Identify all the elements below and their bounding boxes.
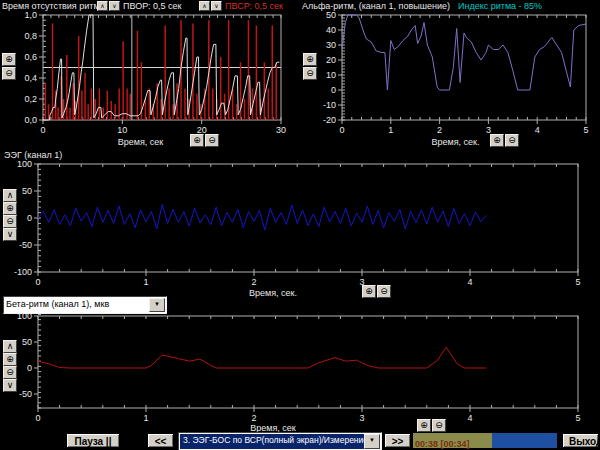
- svg-text:5: 5: [575, 413, 580, 423]
- alpha-x-zoom-in-icon[interactable]: ⊕: [490, 134, 504, 147]
- absence-zoom-out-icon[interactable]: ⊖: [2, 67, 16, 80]
- eeg-x-zoom-in-icon[interactable]: ⊕: [362, 285, 376, 298]
- svg-text:30: 30: [326, 40, 336, 50]
- svg-text:0,0: 0,0: [24, 115, 37, 125]
- svg-text:0,2: 0,2: [24, 94, 37, 104]
- svg-text:0,6: 0,6: [24, 52, 37, 62]
- next-stage-button[interactable]: >>: [384, 433, 411, 448]
- pvor-value-label: ПВОР: 0,5 сек: [123, 1, 181, 11]
- svg-text:0: 0: [331, 85, 336, 95]
- eeg-scale-up-icon[interactable]: ∧: [3, 189, 17, 202]
- svg-text:1: 1: [143, 413, 148, 423]
- eeg-scale-down-icon[interactable]: ∨: [3, 228, 17, 241]
- pvor-up-arrow-icon[interactable]: ∧: [97, 1, 108, 11]
- beta-rhythm-dropdown-arrow-icon[interactable]: ▼: [149, 298, 165, 312]
- beta-zoom-out-icon[interactable]: ⊖: [3, 366, 17, 379]
- svg-text:0: 0: [27, 213, 32, 223]
- svg-text:-20: -20: [323, 115, 336, 125]
- session-time-display: 00:38 [00:34]: [413, 433, 492, 448]
- absence-x-zoom-in-icon[interactable]: ⊕: [190, 134, 204, 147]
- svg-text:0: 0: [35, 413, 40, 423]
- beta-chart-canvas: 012345100500-50: [0, 312, 600, 432]
- pvsr-down-arrow-icon[interactable]: ∨: [211, 1, 222, 11]
- svg-text:-10: -10: [323, 100, 336, 110]
- svg-text:10: 10: [117, 125, 127, 135]
- beta-x-zoom-out-icon[interactable]: ⊖: [432, 419, 446, 432]
- svg-text:-50: -50: [19, 240, 32, 250]
- svg-text:1: 1: [143, 277, 148, 287]
- session-time-value: 00:38 [00:34]: [413, 439, 470, 449]
- svg-text:10: 10: [326, 70, 336, 80]
- svg-text:0: 0: [40, 125, 45, 135]
- svg-text:0,8: 0,8: [24, 31, 37, 41]
- absence-x-zoom-out-icon[interactable]: ⊖: [205, 134, 219, 147]
- beta-zoom-in-icon[interactable]: ⊕: [3, 353, 17, 366]
- alpha-zoom-out-icon[interactable]: ⊖: [303, 67, 317, 80]
- svg-text:100: 100: [17, 160, 32, 169]
- svg-text:0: 0: [339, 125, 344, 135]
- svg-text:2: 2: [251, 413, 256, 423]
- eeg-chart-title: ЭЭГ (канал 1): [4, 150, 62, 160]
- svg-text:30: 30: [276, 125, 286, 135]
- alpha-x-zoom-out-icon[interactable]: ⊖: [505, 134, 519, 147]
- svg-text:50: 50: [22, 337, 32, 347]
- svg-text:50: 50: [326, 10, 336, 20]
- eeg-zoom-out-icon[interactable]: ⊖: [3, 215, 17, 228]
- svg-text:1: 1: [388, 125, 393, 135]
- scenario-select[interactable]: 3. ЭЭГ-БОС по ВСР(полный экран)/Измерени…: [178, 432, 382, 450]
- svg-text:4: 4: [535, 125, 540, 135]
- beta-rhythm-select[interactable]: Бета-ритм (канал 1), мкв ▼: [3, 296, 167, 314]
- beta-x-zoom-in-icon[interactable]: ⊕: [417, 419, 431, 432]
- pause-button[interactable]: Пауза ||: [66, 433, 120, 448]
- svg-text:0,4: 0,4: [24, 73, 37, 83]
- absence-chart-canvas: 01020301,00,80,60,40,20,0: [18, 10, 300, 140]
- svg-text:20: 20: [326, 55, 336, 65]
- svg-text:50: 50: [22, 186, 32, 196]
- scenario-dropdown-arrow-icon[interactable]: ▼: [364, 434, 380, 449]
- beta-scale-up-icon[interactable]: ∧: [3, 340, 17, 353]
- eeg-x-axis-label: Время, сек.: [228, 288, 318, 298]
- scenario-select-value: 3. ЭЭГ-БОС по ВСР(полный экран)/Измерени…: [180, 434, 365, 449]
- svg-text:-50: -50: [19, 389, 32, 399]
- eeg-x-zoom-out-icon[interactable]: ⊖: [377, 285, 391, 298]
- svg-text:2: 2: [251, 277, 256, 287]
- eeg-zoom-in-icon[interactable]: ⊕: [3, 202, 17, 215]
- beta-rhythm-select-value: Бета-ритм (канал 1), мкв: [6, 298, 150, 312]
- beta-scale-down-icon[interactable]: ∨: [3, 379, 17, 392]
- previous-stage-button[interactable]: <<: [147, 433, 174, 448]
- svg-text:4: 4: [467, 413, 472, 423]
- alpha-zoom-in-icon[interactable]: ⊕: [303, 53, 317, 66]
- alpha-chart-title: Альфа-ритм, (канал 1, повышение): [302, 1, 450, 11]
- svg-text:0: 0: [35, 277, 40, 287]
- absence-chart-title: Время отсутствия ритма: [2, 1, 105, 11]
- alpha-x-axis-label: Время, сек.: [413, 137, 498, 147]
- svg-text:5: 5: [583, 125, 588, 135]
- pvsr-value-label: ПВСР: 0,5 сек: [225, 1, 283, 11]
- rhythm-index-label: Индекс ритма - 85%: [458, 1, 542, 11]
- pvor-down-arrow-icon[interactable]: ∨: [109, 1, 120, 11]
- alpha-chart-canvas: 01234550403020100-10-20: [300, 10, 600, 140]
- svg-text:0: 0: [27, 363, 32, 373]
- eeg-chart-canvas: 012345100500-50-100: [0, 160, 600, 290]
- svg-text:2: 2: [437, 125, 442, 135]
- svg-text:-100: -100: [14, 267, 32, 277]
- svg-text:1,0: 1,0: [24, 10, 37, 20]
- biofeedback-app-window: 01020301,00,80,60,40,20,0 01234550403020…: [0, 0, 600, 450]
- absence-x-axis-label: Время, сек: [98, 137, 183, 147]
- session-progress-bar: [492, 433, 557, 448]
- exit-button[interactable]: Выход: [562, 433, 599, 448]
- pvsr-up-arrow-icon[interactable]: ∧: [199, 1, 210, 11]
- svg-text:3: 3: [359, 413, 364, 423]
- svg-text:5: 5: [575, 277, 580, 287]
- svg-text:40: 40: [326, 25, 336, 35]
- svg-text:4: 4: [467, 277, 472, 287]
- absence-zoom-in-icon[interactable]: ⊕: [2, 53, 16, 66]
